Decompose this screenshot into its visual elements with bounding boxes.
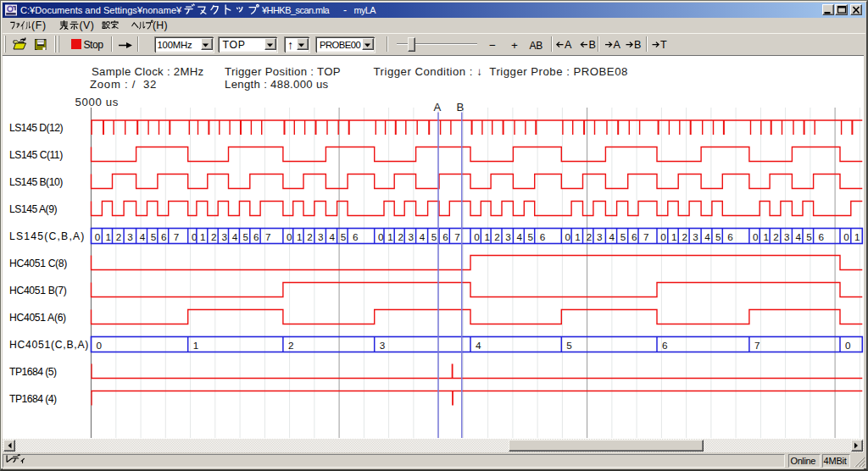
- svg-text:3: 3: [693, 231, 698, 242]
- svg-text:(H): (H): [153, 19, 168, 31]
- svg-text:7: 7: [265, 231, 271, 242]
- svg-text:(V): (V): [80, 19, 95, 31]
- svg-text:A: A: [614, 39, 621, 51]
- svg-text:5: 5: [528, 231, 534, 242]
- svg-text:0: 0: [97, 340, 103, 351]
- svg-text:3: 3: [318, 231, 324, 242]
- svg-text:Trigger Position : TOP: Trigger Position : TOP: [225, 65, 341, 78]
- svg-text:6: 6: [540, 231, 546, 242]
- svg-text:2: 2: [288, 340, 294, 351]
- svg-text:Stop: Stop: [84, 39, 104, 51]
- svg-text:Zoom : / 32: Zoom : / 32: [90, 78, 157, 91]
- svg-text:2: 2: [211, 231, 217, 242]
- svg-text:6: 6: [253, 231, 259, 242]
- svg-text:1: 1: [193, 340, 199, 351]
- svg-text:6: 6: [819, 231, 825, 242]
- svg-text:0: 0: [474, 231, 480, 242]
- svg-text:1: 1: [485, 231, 491, 242]
- svg-text:C:¥Documents and Settings¥nona: C:¥Documents and Settings¥noname¥: [20, 5, 182, 15]
- svg-text:5: 5: [243, 231, 249, 242]
- svg-text:100MHz: 100MHz: [158, 40, 193, 50]
- svg-text:4: 4: [476, 340, 481, 351]
- svg-text:TP1684 (5): TP1684 (5): [9, 366, 57, 378]
- svg-text:2: 2: [398, 231, 403, 242]
- svg-text:2: 2: [116, 231, 122, 242]
- svg-text:4MBit: 4MBit: [824, 456, 847, 466]
- svg-text:T: T: [660, 39, 667, 51]
- svg-text:3: 3: [597, 231, 603, 242]
- svg-text:¥HHKB_scan.mla: ¥HHKB_scan.mla: [261, 5, 331, 15]
- svg-text:5000 us: 5000 us: [75, 96, 120, 108]
- svg-text:A: A: [565, 39, 572, 51]
- svg-text:4: 4: [517, 231, 523, 242]
- svg-text:1: 1: [671, 231, 677, 242]
- svg-text:6: 6: [632, 231, 637, 242]
- svg-text:-: -: [343, 4, 347, 16]
- svg-text:HC4051(C,B,A): HC4051(C,B,A): [9, 339, 89, 351]
- svg-text:A: A: [434, 101, 442, 114]
- svg-text:1: 1: [200, 231, 206, 242]
- svg-text:1: 1: [387, 231, 393, 242]
- svg-text:0: 0: [845, 340, 851, 351]
- svg-text:5: 5: [341, 231, 347, 242]
- svg-text:5: 5: [431, 231, 437, 242]
- svg-text:7: 7: [643, 231, 649, 242]
- svg-text:7: 7: [754, 340, 760, 351]
- svg-text:4: 4: [796, 231, 802, 242]
- svg-text:LS145 D(12): LS145 D(12): [9, 122, 64, 134]
- svg-text:LS145 A(9): LS145 A(9): [9, 203, 57, 215]
- svg-text:3: 3: [784, 231, 790, 242]
- svg-text:0: 0: [95, 231, 101, 242]
- svg-text:7: 7: [454, 231, 460, 242]
- svg-text:(F): (F): [31, 19, 47, 31]
- svg-text:3: 3: [505, 231, 511, 242]
- svg-text:4: 4: [232, 231, 238, 242]
- svg-text:LS145 C(11): LS145 C(11): [9, 149, 63, 161]
- svg-text:1: 1: [575, 231, 581, 242]
- svg-text:0: 0: [378, 231, 384, 242]
- svg-text:LS145(C,B,A): LS145(C,B,A): [9, 230, 86, 242]
- svg-text:1: 1: [106, 231, 112, 242]
- svg-text:TP1684 (4): TP1684 (4): [9, 393, 57, 405]
- svg-text:6: 6: [662, 340, 668, 351]
- svg-text:↑: ↑: [287, 38, 293, 52]
- svg-text:5: 5: [151, 231, 157, 242]
- svg-text:B: B: [634, 39, 641, 51]
- svg-text:7: 7: [174, 231, 180, 242]
- svg-text:6: 6: [161, 231, 167, 242]
- svg-text:6: 6: [442, 231, 448, 242]
- svg-text:0: 0: [660, 231, 666, 242]
- svg-text:AB: AB: [530, 40, 543, 52]
- svg-text:TOP: TOP: [223, 39, 246, 51]
- svg-text:4: 4: [420, 231, 426, 242]
- svg-text:0: 0: [565, 231, 571, 242]
- svg-text:Length : 488.000 us: Length : 488.000 us: [225, 78, 329, 91]
- svg-text:0: 0: [287, 231, 292, 242]
- svg-text:2: 2: [587, 231, 593, 242]
- svg-text:2: 2: [682, 231, 687, 242]
- svg-text:3: 3: [221, 231, 227, 242]
- svg-text:B: B: [589, 39, 596, 51]
- svg-text:6: 6: [727, 231, 733, 242]
- svg-text:1: 1: [763, 231, 769, 242]
- svg-text:5: 5: [620, 231, 626, 242]
- svg-text:4: 4: [140, 231, 146, 242]
- svg-text:3: 3: [408, 231, 414, 242]
- svg-text:2: 2: [494, 231, 500, 242]
- svg-text:5: 5: [806, 231, 812, 242]
- svg-text:HC4051 B(7): HC4051 B(7): [9, 285, 67, 296]
- svg-text:4: 4: [330, 231, 336, 242]
- svg-text:PROBE00: PROBE00: [320, 40, 361, 50]
- svg-text:5: 5: [566, 340, 572, 351]
- svg-text:0: 0: [753, 231, 759, 242]
- svg-text:myLA: myLA: [354, 5, 377, 15]
- svg-text:B: B: [457, 101, 465, 114]
- svg-text:Online: Online: [791, 456, 816, 466]
- svg-text:Trigger Condition : ↓ Trigger: Trigger Condition : ↓ Trigger Probe : PR…: [374, 65, 628, 78]
- svg-text:3: 3: [380, 340, 386, 351]
- svg-text:2: 2: [773, 231, 779, 242]
- svg-text:−: −: [489, 39, 496, 52]
- svg-text:6: 6: [353, 231, 359, 242]
- svg-text:HC4051 C(8): HC4051 C(8): [9, 258, 67, 269]
- svg-text:4: 4: [704, 231, 710, 242]
